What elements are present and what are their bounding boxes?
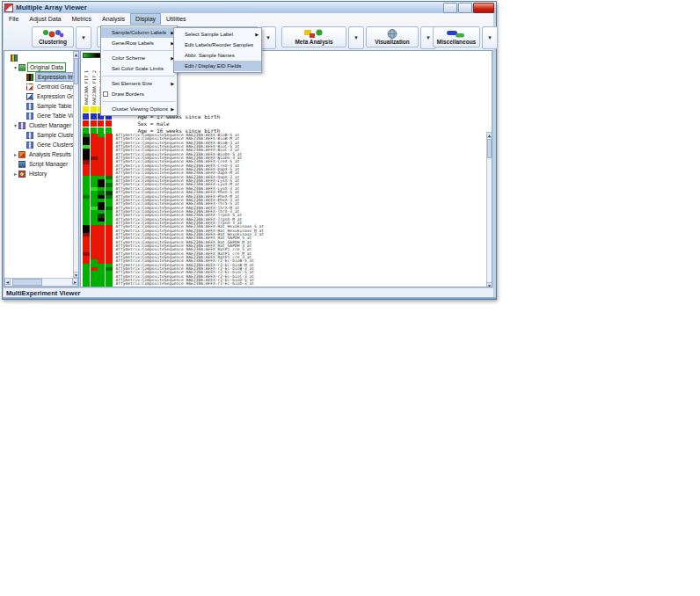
table-icon (26, 113, 33, 120)
probe-row-label: Affymetrix:CompositeSequence RAE230A:AFF… (115, 282, 254, 286)
tree-node-expression-images[interactable]: Expression Images (20, 72, 79, 82)
toolbar-group-miscellaneous: Miscellaneous▼ (433, 26, 498, 47)
miscellaneous-icon (446, 29, 467, 39)
menu-adjust-data[interactable]: Adjust Data (24, 13, 66, 25)
menuitem-sample-column-labels[interactable]: Sample/Column Labels▶ (101, 27, 177, 38)
annotation-square (91, 113, 97, 120)
menu-separator (103, 50, 175, 51)
dropdown-arrow-icon[interactable]: ▼ (76, 26, 91, 49)
submenuitem-select-sample-label[interactable]: Select Sample Label▶ (174, 29, 261, 40)
heatmap-cell[interactable] (106, 282, 113, 286)
close-button[interactable] (473, 3, 494, 13)
toolbar-label: Miscellaneous (437, 39, 476, 45)
annotation-row: Sex = male (83, 120, 170, 127)
toolbar-group-visualization: Visualization▼ (366, 26, 436, 47)
annotation-square (83, 106, 89, 113)
menuitem-draw-borders[interactable]: Draw Borders (101, 89, 177, 99)
main-vscroll-thumb[interactable] (487, 139, 492, 158)
scroll-down-icon[interactable]: ▼ (73, 272, 79, 278)
tree-node-sample-table-views[interactable]: Sample Table Views (20, 101, 79, 111)
toolbar-button-visualization[interactable]: Visualization (366, 26, 419, 47)
toolbar-label: Clustering (39, 39, 67, 45)
heatmap-cell[interactable] (83, 282, 90, 286)
tree-node-cluster-manager[interactable]: ▾Cluster Manager (12, 120, 73, 130)
toolbar-button-miscellaneous[interactable]: Miscellaneous (433, 26, 480, 47)
expand-handle-icon[interactable]: ▸ (12, 151, 18, 157)
menu-file[interactable]: File (4, 13, 24, 25)
sample-column-label: RAE230A_F17_1 (83, 59, 91, 105)
menu-metrics[interactable]: Metrics (66, 13, 97, 25)
submenu-arrow-icon: ▶ (171, 104, 174, 114)
tree-vscroll-thumb[interactable] (74, 58, 78, 84)
table-icon (26, 142, 33, 149)
results-icon (18, 151, 26, 158)
cluster-icon (18, 122, 26, 129)
tree-node-root[interactable] (4, 53, 23, 62)
tree-hscroll-thumb[interactable] (12, 279, 42, 286)
annotation-square (98, 127, 104, 134)
tree-vertical-scrollbar[interactable]: ▲ ▼ (73, 51, 79, 278)
dropdown-arrow-icon[interactable]: ▼ (348, 26, 364, 49)
menuitem-gene-row-labels[interactable]: Gene/Row Labels▶ (101, 38, 177, 48)
tree-node-label: Analysis Results (27, 150, 73, 158)
menuitem-set-color-scale-limits[interactable]: Set Color Scale Limits (101, 63, 177, 74)
toolbar-button-clustering[interactable]: Clustering (32, 26, 74, 47)
tree-node-gene-clusters[interactable]: Gene Clusters (20, 140, 76, 149)
tree-node-centroid-graphs[interactable]: Centroid Graphs (20, 82, 79, 91)
scroll-up-icon[interactable]: ▲ (73, 51, 79, 57)
menu-analysis[interactable]: Analysis (97, 13, 130, 25)
annotation-square (91, 127, 97, 134)
scroll-left-icon[interactable]: ◄ (4, 278, 11, 285)
tree-node-expression-graphs[interactable]: Expression Graphs (20, 91, 79, 101)
menuitem-color-scheme[interactable]: Color Scheme▶ (101, 53, 177, 63)
annotation-square (106, 127, 112, 134)
tree-node-analysis-results[interactable]: ▸Analysis Results (12, 149, 73, 159)
table-icon (26, 132, 33, 139)
history-icon (18, 171, 26, 178)
window-bottom-edge (3, 297, 496, 299)
dropdown-arrow-icon[interactable]: ▼ (482, 26, 498, 49)
tree-node-label: Gene Clusters (35, 141, 76, 149)
menu-separator (103, 76, 175, 76)
menu-display[interactable]: Display (130, 13, 161, 25)
annotation-square (91, 106, 97, 113)
tree-node-label: Original Data (27, 62, 66, 72)
tree-node-sample-clusters[interactable]: Sample Clusters (20, 130, 79, 140)
dropdown-arrow-icon[interactable]: ▼ (260, 26, 276, 49)
maximize-button[interactable] (458, 3, 472, 13)
heatmap-cell[interactable] (98, 282, 105, 286)
window-title: Multiple Array Viewer (16, 4, 87, 11)
submenuitem-abbr-sample-names[interactable]: Abbr. Sample Names (174, 50, 261, 61)
checkbox-icon[interactable] (103, 91, 108, 97)
annotation-square (83, 113, 89, 120)
scroll-up-icon[interactable]: ▲ (486, 132, 492, 138)
menu-utilities[interactable]: Utilities (161, 13, 192, 25)
expand-handle-icon[interactable]: ▸ (12, 171, 18, 177)
app-window: Multiple Array Viewer FileAdjust DataMet… (2, 1, 497, 300)
menuitem-set-element-size[interactable]: Set Element Size▶ (101, 78, 177, 89)
collapse-handle-icon[interactable]: ▾ (12, 122, 18, 128)
tree-node-script-manager[interactable]: Script Manager (12, 159, 69, 169)
tree-node-gene-table-views[interactable]: Gene Table Views (20, 111, 79, 120)
main-vertical-scrollbar[interactable]: ▲ ▼ (486, 132, 492, 287)
status-text: MultiExperiment Viewer (4, 289, 80, 297)
folder-icon (18, 64, 26, 71)
sample-column-labels-submenu: Select Sample Label▶Edit Labels/Reorder … (173, 27, 262, 73)
title-bar[interactable]: Multiple Array Viewer (3, 2, 496, 13)
tree-node-label: Cluster Manager (27, 121, 73, 129)
submenuitem-edit-display-eid-fields[interactable]: Edit / Display EID Fields (174, 61, 261, 71)
menuitem-cluster-viewing-options[interactable]: Cluster Viewing Options▶ (101, 104, 177, 114)
toolbar-button-meta-analysis[interactable]: Meta Analysis (281, 26, 346, 47)
tree-node-history[interactable]: ▸History (12, 169, 48, 178)
annotation-square (91, 120, 97, 127)
annotation-label: Sex = male (137, 120, 169, 127)
tree-node-original-data[interactable]: ▾Original Data (12, 62, 66, 72)
submenuitem-edit-labels-reorder-samples[interactable]: Edit Labels/Reorder Samples (174, 40, 261, 50)
tree-node-label: History (27, 170, 48, 178)
scroll-right-icon[interactable]: ► (72, 278, 78, 285)
app-icon (4, 4, 13, 12)
minimize-button[interactable] (443, 3, 457, 13)
tree-horizontal-scrollbar[interactable]: ◄ ► (4, 278, 78, 287)
collapse-handle-icon[interactable]: ▾ (12, 64, 18, 70)
heatmap-cell[interactable] (91, 282, 98, 286)
